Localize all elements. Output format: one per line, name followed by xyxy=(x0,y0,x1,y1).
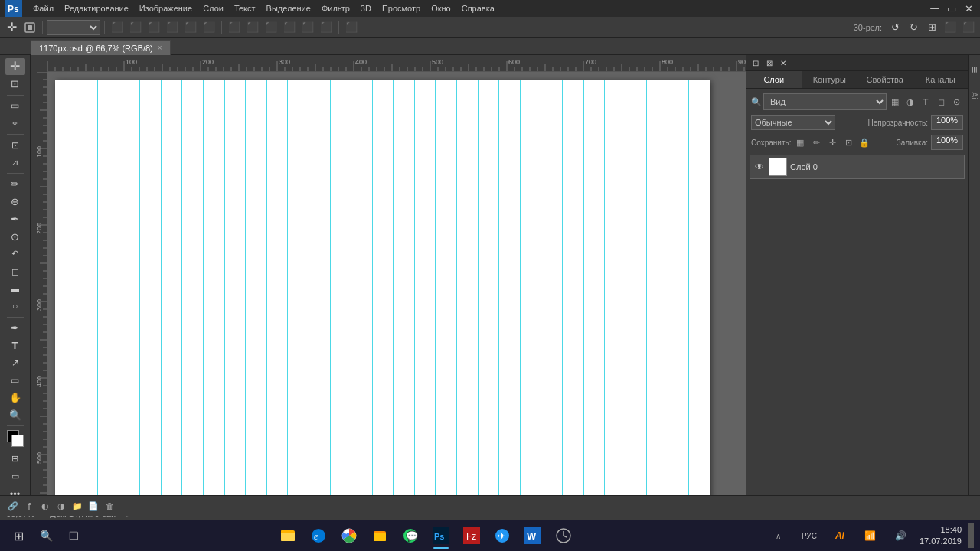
filter-pixel-icon[interactable]: ▦ xyxy=(888,95,902,109)
app-files[interactable] xyxy=(366,522,394,549)
app-clock[interactable] xyxy=(550,522,577,549)
app-filezilla[interactable]: Fz xyxy=(458,522,485,549)
app-chrome[interactable] xyxy=(335,522,363,549)
pen-tool[interactable]: ✒ xyxy=(5,320,25,337)
brush-tool[interactable]: ✒ xyxy=(5,211,25,228)
eraser-tool[interactable]: ◻ xyxy=(5,263,25,280)
zoom-tool[interactable]: 🔍 xyxy=(5,407,25,424)
menu-select[interactable]: Выделение xyxy=(261,2,316,15)
move-tool[interactable]: ✛ xyxy=(5,58,25,75)
expand-panel-btn[interactable]: Ai xyxy=(969,84,980,107)
heal-tool[interactable]: ⊕ xyxy=(5,194,25,210)
menu-layers[interactable]: Слои xyxy=(198,2,229,15)
tab-layers[interactable]: Слои xyxy=(746,71,802,88)
network-icon[interactable]: 📶 xyxy=(858,523,883,548)
rotate-left[interactable]: ↺ xyxy=(887,19,903,36)
layer-row-0[interactable]: 👁 Слой 0 xyxy=(750,155,965,179)
tab-channels[interactable]: Каналы xyxy=(913,71,969,88)
layer-select[interactable]: Слой xyxy=(47,20,100,35)
menu-view[interactable]: Просмотр xyxy=(377,2,426,15)
menu-help[interactable]: Справка xyxy=(456,2,500,15)
layers-arrange[interactable]: ⬛ xyxy=(942,19,959,36)
menu-file[interactable]: Файл xyxy=(28,2,59,15)
panel-float-btn[interactable]: ⊠ xyxy=(763,57,776,69)
lock-position-btn[interactable]: ✛ xyxy=(825,135,839,149)
app-word[interactable]: W xyxy=(519,522,547,549)
align-center-v[interactable]: ⬛ xyxy=(182,19,199,36)
gradient-tool[interactable]: ▬ xyxy=(5,281,25,298)
lasso-tool[interactable]: ⌖ xyxy=(5,115,25,132)
distribute-center-v[interactable]: ⬛ xyxy=(299,19,316,36)
lock-transparent-btn[interactable]: ▦ xyxy=(793,135,807,149)
menu-filter[interactable]: Фильтр xyxy=(316,2,355,15)
move-tool-options[interactable]: ✛ xyxy=(3,19,20,36)
delete-layer-btn[interactable]: 🗑 xyxy=(103,499,116,513)
menu-image[interactable]: Изображение xyxy=(134,2,198,15)
lang-indicator[interactable]: РУС xyxy=(797,523,822,548)
link-layers-btn[interactable]: 🔗 xyxy=(6,499,20,513)
lock-paint-btn[interactable]: ✏ xyxy=(809,135,823,149)
maximize-btn[interactable]: ▭ xyxy=(943,0,960,17)
lock-all-btn[interactable]: 🔒 xyxy=(858,135,871,149)
clone-tool[interactable]: ⊙ xyxy=(5,228,25,245)
shape-tool[interactable]: ▭ xyxy=(5,372,25,389)
filter-adjust-icon[interactable]: ◑ xyxy=(903,95,917,109)
fill-input[interactable]: 100% xyxy=(931,135,963,150)
layer-visibility-toggle[interactable]: 👁 xyxy=(753,161,766,173)
tab-paths[interactable]: Контуры xyxy=(802,71,858,88)
crop-tool[interactable]: ⊡ xyxy=(5,137,25,154)
auto-align[interactable]: ⬛ xyxy=(343,19,360,36)
distribute-right[interactable]: ⬛ xyxy=(263,19,279,36)
taskview-btn[interactable]: ❑ xyxy=(61,523,86,548)
auto-select-btn[interactable] xyxy=(21,19,38,36)
align-top[interactable]: ⬛ xyxy=(164,19,181,36)
minimize-btn[interactable]: ─ xyxy=(926,0,943,17)
quick-mask-tool[interactable]: ⊞ xyxy=(5,451,25,468)
layer-style-btn[interactable]: f xyxy=(22,499,36,513)
filter-type-icon[interactable]: T xyxy=(919,95,933,109)
collapse-panel-btn[interactable]: ≡ xyxy=(969,58,980,81)
eyedropper-tool[interactable]: ✏ xyxy=(5,176,25,193)
distribute-left[interactable]: ⬛ xyxy=(226,19,243,36)
tab-properties[interactable]: Свойства xyxy=(858,71,913,88)
canvas-document[interactable] xyxy=(55,80,710,505)
align-left[interactable]: ⬛ xyxy=(109,19,126,36)
app-explorer[interactable] xyxy=(274,522,302,549)
menu-edit[interactable]: Редактирование xyxy=(59,2,134,15)
panel-dock-btn[interactable]: ⊡ xyxy=(750,57,762,69)
close-btn[interactable]: ✕ xyxy=(960,0,977,17)
color-swatches[interactable] xyxy=(5,429,25,445)
document-tab[interactable]: 1170px.psd @ 66,7% (RGB/8) × xyxy=(31,40,171,55)
show-desktop-btn[interactable] xyxy=(968,523,974,548)
filter-shape-icon[interactable]: ◻ xyxy=(934,95,948,109)
rotate-right[interactable]: ↻ xyxy=(905,19,922,36)
grid-btn[interactable]: ⊞ xyxy=(923,19,940,36)
slice-tool[interactable]: ⊿ xyxy=(5,154,25,171)
menu-3d[interactable]: 3D xyxy=(355,2,377,15)
add-mask-btn[interactable]: ◐ xyxy=(38,499,52,513)
distribute-top[interactable]: ⬛ xyxy=(281,19,298,36)
background-color[interactable] xyxy=(11,435,24,447)
tab-close-btn[interactable]: × xyxy=(158,44,162,52)
new-group-btn[interactable]: 📁 xyxy=(70,499,84,513)
new-fill-btn[interactable]: ◑ xyxy=(54,499,68,513)
lock-artboard-btn[interactable]: ⊡ xyxy=(841,135,855,149)
distribute-center-h[interactable]: ⬛ xyxy=(244,19,261,36)
new-layer-btn[interactable]: 📄 xyxy=(87,499,100,513)
ai-label[interactable]: Ai xyxy=(828,523,852,548)
app-edge[interactable]: e xyxy=(305,522,332,549)
dodge-tool[interactable]: ○ xyxy=(5,298,25,315)
app-whatsapp[interactable]: 💬 xyxy=(397,522,424,549)
marquee-tool[interactable]: ▭ xyxy=(5,97,25,114)
hand-tool[interactable]: ✋ xyxy=(5,390,25,406)
start-btn[interactable]: ⊞ xyxy=(6,523,31,548)
artboard-tool[interactable]: ⊡ xyxy=(5,76,25,93)
search-btn[interactable]: 🔍 xyxy=(34,523,58,548)
path-select-tool[interactable]: ↗ xyxy=(5,354,25,371)
history-brush-tool[interactable]: ↶ xyxy=(5,246,25,262)
layers-filter-select[interactable]: Вид xyxy=(763,93,887,110)
align-center-h[interactable]: ⬛ xyxy=(127,19,144,36)
screen-mode-tool[interactable]: ▭ xyxy=(5,468,25,485)
blend-mode-select[interactable]: Обычные xyxy=(751,115,835,130)
app-photoshop[interactable]: Ps xyxy=(427,522,455,549)
